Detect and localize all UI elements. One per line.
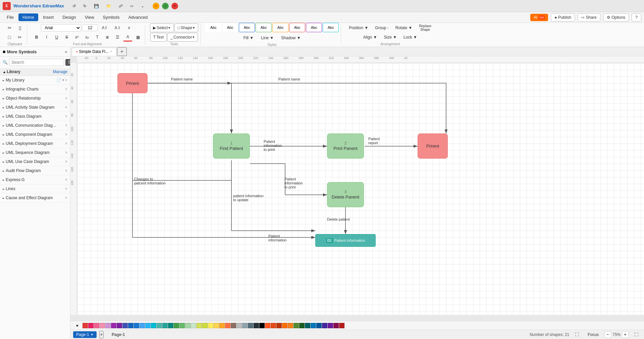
- style-thumb-6[interactable]: Abc: [306, 23, 322, 32]
- item-close-icon[interactable]: ×: [65, 195, 67, 200]
- color-swatch[interactable]: [265, 323, 270, 328]
- color-swatch[interactable]: [128, 323, 133, 328]
- fit-page-button[interactable]: ⛶: [572, 330, 582, 339]
- font-size-input[interactable]: [82, 24, 98, 31]
- menu-home[interactable]: Home: [18, 13, 38, 21]
- canvas[interactable]: Prirent 1 Find Patient 2 Print Panent Pr…: [77, 63, 644, 315]
- style-thumb-1[interactable]: Abc: [222, 23, 238, 32]
- item-close-icon[interactable]: ×: [65, 168, 67, 173]
- fill-button[interactable]: Fill ▼: [240, 34, 257, 42]
- sidebar-item-express-g[interactable]: ▸ Express-G ×: [0, 175, 70, 184]
- text-button[interactable]: T Text: [150, 33, 167, 42]
- superscript-button[interactable]: x²: [72, 33, 82, 42]
- size-button[interactable]: Size ▼: [381, 33, 400, 42]
- fullscreen-button[interactable]: ⛶: [631, 330, 641, 339]
- redo-button[interactable]: ↻: [80, 2, 90, 10]
- cut-button[interactable]: ✂: [5, 23, 15, 32]
- style-thumb-7[interactable]: Abc: [323, 23, 339, 32]
- color-swatch[interactable]: [282, 323, 287, 328]
- color-swatch[interactable]: [88, 323, 94, 328]
- color-swatch[interactable]: [145, 323, 151, 328]
- sidebar-item-audit-flow-diagram[interactable]: ▸ Audit Flow Diagram ×: [0, 166, 70, 175]
- tab-simple-data-flow[interactable]: ▪ Simple Data Fl... ×: [72, 48, 116, 56]
- item-add-icon[interactable]: +: [62, 78, 64, 82]
- color-swatch[interactable]: [174, 323, 179, 328]
- color-swatch[interactable]: [339, 323, 344, 328]
- shape-findpatient[interactable]: 1 Find Patient: [213, 133, 250, 159]
- menu-symbols[interactable]: Symbols: [99, 13, 124, 21]
- item-close-icon[interactable]: ×: [65, 159, 67, 164]
- connector-button[interactable]: ⎯ Connector ▼: [167, 33, 198, 42]
- line-button[interactable]: Line ▼: [258, 34, 277, 42]
- sidebar-item-lines[interactable]: ▸ Lines ×: [0, 184, 70, 193]
- color-swatch[interactable]: [248, 323, 253, 328]
- open-button[interactable]: 📁: [103, 2, 114, 10]
- template-button[interactable]: ☍: [116, 2, 126, 10]
- tab-close-button[interactable]: ×: [110, 50, 112, 53]
- color-swatch[interactable]: [231, 323, 236, 328]
- color-swatch[interactable]: [305, 323, 310, 328]
- color-swatch[interactable]: [191, 323, 196, 328]
- help-button[interactable]: ?: [632, 13, 641, 21]
- color-swatch[interactable]: [117, 323, 122, 328]
- item-close-icon[interactable]: ×: [65, 87, 67, 92]
- style-thumb-4[interactable]: Abc: [272, 23, 288, 32]
- zoom-in-button[interactable]: +: [622, 331, 629, 338]
- search-button[interactable]: Search: [65, 59, 70, 66]
- color-swatch[interactable]: [83, 323, 88, 328]
- ai-button[interactable]: AI hot: [530, 14, 548, 21]
- paste-button[interactable]: □: [5, 33, 14, 42]
- subscript-button[interactable]: x₂: [82, 33, 92, 42]
- shape-prirent2[interactable]: Prirent: [418, 133, 448, 159]
- highlight-btn[interactable]: ▦: [133, 33, 143, 42]
- shape-printpanent[interactable]: 2 Print Panent: [327, 133, 364, 159]
- sidebar-item-uml-use-case-diagram[interactable]: ▸ UML Use Case Diagram ×: [0, 157, 70, 166]
- group-button[interactable]: Group -: [372, 23, 392, 32]
- numbered-list-btn[interactable]: ☰: [113, 33, 122, 42]
- color-swatch[interactable]: [214, 323, 219, 328]
- style-thumb-3[interactable]: Abc: [256, 23, 272, 32]
- menu-design[interactable]: Design: [58, 13, 80, 21]
- color-swatch[interactable]: [271, 323, 276, 328]
- bold-button[interactable]: B: [32, 33, 41, 42]
- font-color-btn[interactable]: A: [123, 33, 132, 42]
- color-swatch[interactable]: [328, 323, 333, 328]
- maximize-button[interactable]: □: [162, 3, 169, 9]
- color-swatch[interactable]: [122, 323, 128, 328]
- collapse-sidebar-button[interactable]: «: [65, 49, 67, 54]
- color-swatch[interactable]: [100, 323, 105, 328]
- strikethrough-button[interactable]: S: [62, 33, 71, 42]
- close-button[interactable]: ×: [171, 3, 178, 9]
- color-swatch[interactable]: [162, 323, 168, 328]
- shape-deletepanent[interactable]: 3 Delete Panent: [327, 182, 364, 207]
- style-thumb-5[interactable]: Abc: [289, 23, 305, 32]
- publish-button[interactable]: ● Publish: [551, 13, 575, 21]
- color-swatch[interactable]: [225, 323, 230, 328]
- item-close-icon[interactable]: ×: [65, 78, 67, 82]
- sidebar-item-object-relationship[interactable]: ▸ Object Relationship ×: [0, 94, 70, 103]
- position-button[interactable]: Position ▼: [346, 23, 371, 32]
- shape-button[interactable]: □ Shape ▼: [174, 23, 198, 32]
- color-swatch[interactable]: [242, 323, 248, 328]
- item-export-icon[interactable]: 📄: [56, 78, 61, 82]
- item-close-icon[interactable]: ×: [65, 96, 67, 101]
- increase-font-btn[interactable]: A⇧: [99, 23, 111, 32]
- color-swatch[interactable]: [322, 323, 327, 328]
- add-page-button[interactable]: +: [99, 331, 104, 338]
- sidebar-item-uml-deployment-diagram[interactable]: ▸ UML Deployment Diagram ×: [0, 139, 70, 148]
- menu-insert[interactable]: Insert: [39, 13, 58, 21]
- color-swatch[interactable]: [179, 323, 185, 328]
- sidebar-item-cause-and-effect-diagram[interactable]: ▸ Cause and Effect Diagram ×: [0, 193, 70, 203]
- decrease-font-btn[interactable]: A⇩: [112, 23, 124, 32]
- select-button[interactable]: ▶ Select ▼: [150, 23, 174, 32]
- italic-button[interactable]: I: [42, 33, 51, 42]
- text-format-btn[interactable]: T: [93, 33, 102, 42]
- replace-shape-button[interactable]: ReplaceShape: [416, 23, 434, 32]
- shadow-button[interactable]: Shadow ▼: [278, 34, 304, 42]
- align-arrange-button[interactable]: Align ▼: [360, 33, 380, 42]
- color-swatch[interactable]: [208, 323, 213, 328]
- more-button[interactable]: ⌄: [138, 2, 147, 10]
- color-swatch[interactable]: [168, 323, 173, 328]
- manage-link[interactable]: Manage: [53, 69, 67, 74]
- share-quick-button[interactable]: ⇨: [127, 2, 137, 10]
